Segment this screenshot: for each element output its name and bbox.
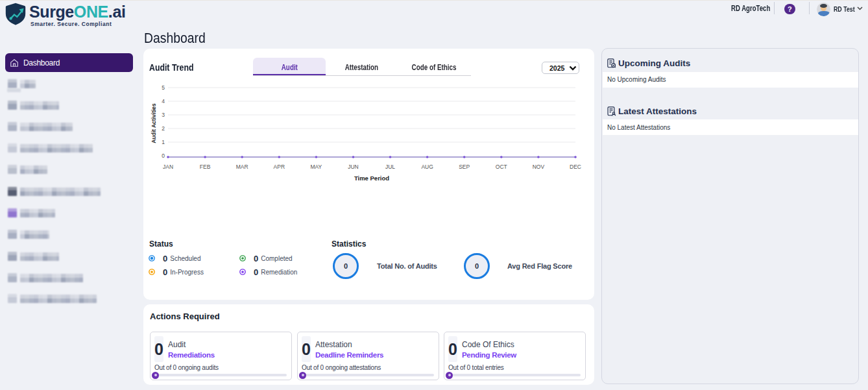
svg-text:Time Period: Time Period xyxy=(354,175,389,182)
svg-text:OCT: OCT xyxy=(496,164,507,170)
svg-text:2: 2 xyxy=(162,125,165,132)
svg-text:5: 5 xyxy=(162,84,165,91)
svg-text:AUG: AUG xyxy=(421,164,433,170)
svg-text:JUN: JUN xyxy=(348,164,359,170)
svg-text:MAR: MAR xyxy=(236,164,248,170)
svg-text:1: 1 xyxy=(162,139,165,145)
svg-text:4: 4 xyxy=(162,98,165,104)
svg-text:SEP: SEP xyxy=(459,164,470,170)
svg-text:APR: APR xyxy=(274,164,285,170)
svg-text:0: 0 xyxy=(162,152,165,159)
svg-text:NOV: NOV xyxy=(533,164,545,170)
svg-text:FEB: FEB xyxy=(200,164,211,170)
svg-text:MAY: MAY xyxy=(311,164,322,170)
svg-text:DEC: DEC xyxy=(570,164,581,170)
svg-text:JUL: JUL xyxy=(385,164,395,170)
svg-text:3: 3 xyxy=(162,112,165,118)
svg-text:JAN: JAN xyxy=(163,164,173,170)
svg-text:Audit Activities: Audit Activities xyxy=(151,103,157,143)
